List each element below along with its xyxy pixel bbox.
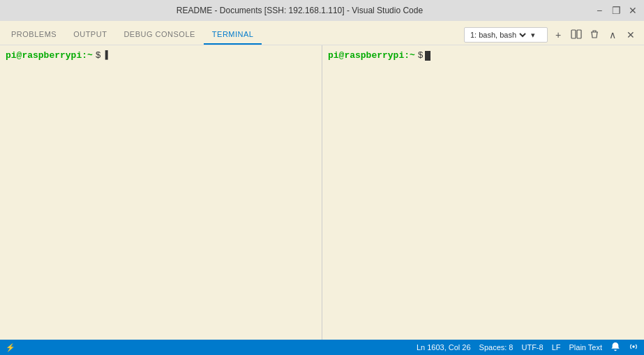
notifications-button[interactable] xyxy=(611,342,620,353)
prompt-user-left: pi@raspberrypi:~ xyxy=(6,50,93,62)
chevron-down-icon: ▾ xyxy=(531,31,535,40)
restore-button[interactable]: ❐ xyxy=(611,5,622,16)
add-terminal-button[interactable]: + xyxy=(551,27,566,43)
close-icon: ✕ xyxy=(627,29,635,40)
plus-icon: + xyxy=(555,29,561,40)
split-terminal-button[interactable] xyxy=(569,27,584,43)
encoding-indicator[interactable]: UTF-8 xyxy=(521,343,543,352)
ln-col-indicator[interactable]: Ln 1603, Col 26 xyxy=(417,343,471,352)
split-icon xyxy=(571,29,582,42)
language-indicator[interactable]: Plain Text xyxy=(569,343,603,352)
prompt-user-right: pi@raspberrypi:~ xyxy=(328,50,415,62)
line-ending-indicator[interactable]: LF xyxy=(552,343,561,352)
title-bar: README - Documents [SSH: 192.168.1.110] … xyxy=(0,0,644,21)
kill-terminal-button[interactable] xyxy=(587,27,602,43)
bell-icon xyxy=(611,342,620,353)
remote-icon: ⚡ xyxy=(6,343,15,352)
terminal-instance-dropdown[interactable]: 1: bash, bash xyxy=(467,30,528,40)
chevron-up-icon: ∧ xyxy=(609,29,616,40)
minimize-button[interactable]: − xyxy=(594,5,605,16)
window-title: README - Documents [SSH: 192.168.1.110] … xyxy=(6,6,594,15)
tab-output[interactable]: OUTPUT xyxy=(65,25,115,45)
svg-rect-0 xyxy=(571,30,576,38)
window-controls: − ❐ ✕ xyxy=(594,5,638,16)
tab-problems[interactable]: PROBLEMS xyxy=(3,25,65,45)
svg-point-2 xyxy=(632,345,635,348)
remote-indicator[interactable]: ⚡ xyxy=(6,343,15,352)
trash-icon xyxy=(590,29,599,41)
terminal-toolbar: 1: bash, bash ▾ + xyxy=(464,27,644,43)
broadcast-icon xyxy=(629,342,638,353)
tabs-row: PROBLEMS OUTPUT DEBUG CONSOLE TERMINAL 1… xyxy=(3,25,644,45)
status-bar-right: Ln 1603, Col 26 Spaces: 8 UTF-8 LF Plain… xyxy=(417,342,638,353)
tab-debug-console[interactable]: DEBUG CONSOLE xyxy=(115,25,203,45)
terminal-pane-right[interactable]: pi@raspberrypi:~ $ xyxy=(322,45,644,340)
prompt-dollar-right: $ xyxy=(418,50,424,62)
close-window-button[interactable]: ✕ xyxy=(627,5,638,16)
terminal-instance-select[interactable]: 1: bash, bash ▾ xyxy=(464,27,548,43)
status-bar: ⚡ Ln 1603, Col 26 Spaces: 8 UTF-8 LF Pla… xyxy=(0,340,644,355)
tab-terminal[interactable]: TERMINAL xyxy=(204,25,262,45)
spaces-indicator[interactable]: Spaces: 8 xyxy=(479,343,514,352)
terminal-pane-left[interactable]: pi@raspberrypi:~ $ ▌ xyxy=(0,45,322,340)
broadcast-button[interactable] xyxy=(629,342,638,353)
status-bar-left: ⚡ xyxy=(6,343,15,352)
close-panel-button[interactable]: ✕ xyxy=(623,27,638,43)
terminal-prompt-left: pi@raspberrypi:~ $ ▌ xyxy=(6,50,316,62)
svg-rect-1 xyxy=(577,30,581,38)
terminal-cursor-left: ▌ xyxy=(105,50,111,62)
maximize-panel-button[interactable]: ∧ xyxy=(605,27,620,43)
terminal-cursor-right xyxy=(425,51,430,61)
terminal-container: pi@raspberrypi:~ $ ▌ pi@raspberrypi:~ $ xyxy=(0,45,644,340)
prompt-dollar-left: $ xyxy=(96,50,101,62)
terminal-prompt-right: pi@raspberrypi:~ $ xyxy=(328,50,638,62)
panel-tabs-bar: PROBLEMS OUTPUT DEBUG CONSOLE TERMINAL 1… xyxy=(0,21,644,45)
